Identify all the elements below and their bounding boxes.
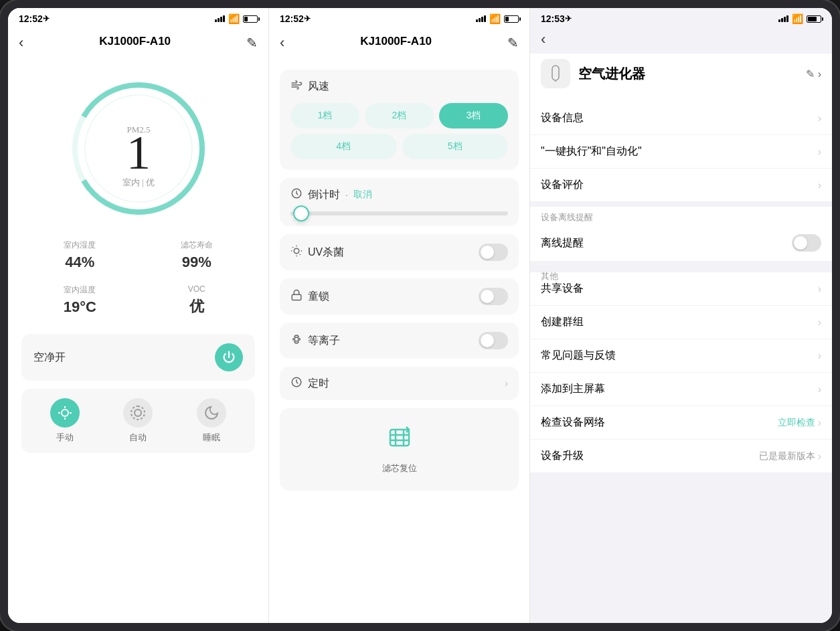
menu-device-info[interactable]: 设备信息 › [530,102,832,135]
offline-toggle-switch[interactable] [792,234,821,252]
edit-icon-2[interactable]: ✎ [507,35,519,51]
status-bar-3: 12:53 ✈ 📶 [530,8,832,27]
menu-section-other: 共享设备 › 创建群组 › 常见问题与反馈 › 添加到主屏幕 [530,272,832,472]
speed-btn-5[interactable]: 5档 [402,134,509,159]
menu-add-home-chevron: › [818,383,821,395]
speed-btn-1[interactable]: 1档 [290,103,359,128]
power-icon [222,350,236,365]
back-button-1[interactable]: ‹ [19,34,23,52]
stat-filter-label: 滤芯寿命 [139,240,256,251]
timer-section: 倒计时 · 取消 [280,178,519,226]
menu-check-network[interactable]: 检查设备网络 立即检查 › [530,406,832,440]
ionizer-toggle-switch[interactable] [479,332,508,349]
menu-section-top: 设备信息 › "一键执行"和"自动化" › 设备评价 › [530,102,832,201]
other-header-label: 其他 [541,271,558,281]
menu-automation-chevron: › [818,146,821,158]
page-title-2: KJ1000F-A10 [349,31,442,55]
menu-check-network-label: 检查设备网络 [541,416,605,430]
svg-point-21 [295,337,299,341]
battery-icon-1 [243,15,258,23]
schedule-row[interactable]: 定时 › [280,367,519,400]
time-2: 12:52 [280,13,304,24]
menu-share-device[interactable]: 共享设备 › [530,272,832,306]
stat-voc: VOC 优 [139,278,256,323]
schedule-label: 定时 [308,377,329,391]
timer-cancel[interactable]: 取消 [353,189,372,201]
device-row: 空气进化器 ✎ › [541,54,821,94]
filter-reset-content[interactable]: 滤芯复位 [280,408,519,490]
uv-toggle-switch[interactable] [479,244,508,261]
nav-bar-2: ‹ KJ1000F-A10 ✎ [269,27,529,62]
menu-add-home[interactable]: 添加到主屏幕 › [530,373,832,406]
device-edit-icon[interactable]: ✎ › [806,68,821,80]
menu-upgrade[interactable]: 设备升级 已是最新版本 › [530,440,832,472]
timer-icon [290,187,303,202]
status-icons-2: 📶 [476,13,519,24]
stat-filter: 滤芯寿命 99% [139,233,256,278]
offline-toggle-row: 离线提醒 [530,225,832,262]
ionizer-icon [290,333,303,348]
wind-speed-section: 风速 1档 2档 3档 4档 5档 [280,70,519,170]
schedule-section: 定时 › [280,367,519,400]
offline-toggle-label: 离线提醒 [541,236,584,250]
menu-faq-label: 常见问题与反馈 [541,349,616,363]
menu-upgrade-right: 已是最新版本 › [759,450,821,462]
mode-auto[interactable]: 自动 [123,398,153,444]
menu-device-info-label: 设备信息 [541,111,584,125]
lock-icon [290,289,303,304]
location-arrow-1: ✈ [43,14,50,23]
mode-sleep-icon [197,398,226,428]
check-network-text: 立即检查 [778,417,815,429]
nav-bar-3: ‹ [530,27,832,54]
svg-point-11 [135,410,141,416]
wind-speed-label: 风速 [308,80,329,94]
menu-group-label: 创建群组 [541,315,584,329]
wifi-icon-2: 📶 [489,13,501,24]
offline-header-label: 设备离线提醒 [541,212,593,222]
signal-icon-1 [215,15,225,22]
edit-icon-1[interactable]: ✎ [246,35,258,51]
menu-faq[interactable]: 常见问题与反馈 › [530,339,832,373]
childlock-toggle-left: 童锁 [290,289,329,304]
menu-create-group[interactable]: 创建群组 › [530,306,832,339]
nav-bar-1: ‹ KJ1000F-A10 ✎ [8,27,268,62]
menu-review[interactable]: 设备评价 › [530,169,832,201]
ionizer-toggle-row: 等离子 [280,323,519,359]
upgrade-text: 已是最新版本 [759,450,815,462]
stat-humidity: 室内湿度 44% [21,233,139,278]
stat-temp-value: 19°C [21,298,139,316]
stat-voc-value: 优 [139,296,256,317]
power-button[interactable] [215,343,243,371]
mode-sleep[interactable]: 睡眠 [197,398,226,444]
schedule-left: 定时 [290,376,329,391]
speed-btn-4[interactable]: 4档 [290,134,397,159]
stat-temp-label: 室内温度 [21,284,139,296]
mode-manual[interactable]: 手动 [50,398,80,444]
ionizer-label: 等离子 [308,334,340,348]
timer-content: 倒计时 · 取消 [280,178,519,226]
uv-section: UV杀菌 [280,234,519,270]
stat-filter-value: 99% [139,254,256,271]
back-button-3[interactable]: ‹ [541,31,545,48]
location-arrow-2: ✈ [304,14,311,23]
menu-section-offline: 设备离线提醒 离线提醒 [530,207,832,262]
divider-2: 其他 [530,267,832,272]
svg-line-16 [292,247,293,248]
speed-btn-2[interactable]: 2档 [365,103,434,128]
battery-icon-3 [807,15,821,23]
childlock-toggle-switch[interactable] [479,288,508,305]
divider-1 [530,201,832,207]
menu-group-chevron: › [818,317,821,329]
speed-btn-3[interactable]: 3档 [439,103,508,128]
mode-sleep-label: 睡眠 [203,432,220,444]
back-button-2[interactable]: ‹ [280,34,284,52]
offline-section-header: 设备离线提醒 [530,207,832,225]
stat-temp: 室内温度 19°C [21,278,139,323]
timer-slider[interactable] [290,211,508,215]
device-header: 空气进化器 ✎ › [530,54,832,102]
panel-2: 12:52 ✈ 📶 ‹ KJ [269,8,530,623]
menu-automation[interactable]: "一键执行"和"自动化" › [530,135,832,169]
menu-share-label: 共享设备 [541,282,584,296]
menu-check-network-right: 立即检查 › [778,417,821,429]
check-network-chevron: › [818,417,821,429]
